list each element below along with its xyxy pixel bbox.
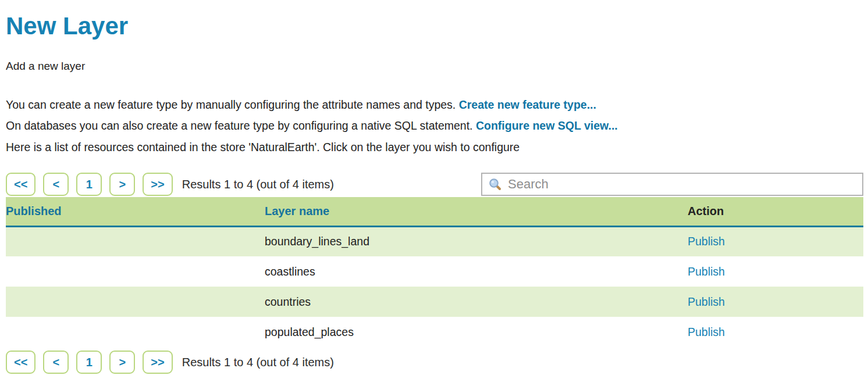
layers-table: Published Layer name Action boundary_lin… — [6, 197, 863, 347]
search-icon — [488, 177, 502, 191]
sort-layer-name-link[interactable]: Layer name — [265, 205, 329, 217]
pager-next-button[interactable]: > — [109, 173, 135, 196]
action-cell: Publish — [688, 256, 863, 287]
bottom-pager: << < 1 > >> Results 1 to 4 (out of 4 ite… — [6, 351, 863, 374]
published-cell — [6, 256, 265, 287]
table-row: coastlines Publish — [6, 256, 863, 287]
pager-page-button[interactable]: 1 — [76, 351, 102, 374]
intro-line-3: Here is a list of resources contained in… — [6, 137, 863, 158]
table-header-row: Published Layer name Action — [6, 197, 863, 226]
column-header-published: Published — [6, 197, 265, 226]
top-pager: << < 1 > >> Results 1 to 4 (out of 4 ite… — [6, 173, 863, 196]
pager-prev-button[interactable]: < — [43, 173, 69, 196]
published-cell — [6, 226, 265, 256]
pager-last-button[interactable]: >> — [143, 351, 172, 374]
pager-last-button[interactable]: >> — [143, 173, 172, 196]
pager-first-button[interactable]: << — [6, 351, 35, 374]
intro-line-2: On databases you can also create a new f… — [6, 115, 863, 137]
published-cell — [6, 287, 265, 317]
page-subtitle: Add a new layer — [6, 60, 863, 73]
action-cell: Publish — [688, 226, 863, 256]
layer-name-cell[interactable]: coastlines — [265, 256, 688, 287]
layer-name-cell[interactable]: populated_places — [265, 317, 688, 347]
publish-link[interactable]: Publish — [688, 265, 725, 278]
publish-link[interactable]: Publish — [688, 235, 725, 248]
create-feature-type-link[interactable]: Create new feature type... — [459, 98, 596, 111]
action-cell: Publish — [688, 287, 863, 317]
page-title: New Layer — [6, 12, 863, 41]
intro-text: You can create a new feature type by man… — [6, 94, 863, 158]
action-cell: Publish — [688, 317, 863, 347]
pager-first-button[interactable]: << — [6, 173, 35, 196]
configure-sql-view-link[interactable]: Configure new SQL view... — [476, 119, 618, 132]
publish-link[interactable]: Publish — [688, 295, 725, 308]
pager-page-button[interactable]: 1 — [76, 173, 102, 196]
pager-next-button[interactable]: > — [109, 351, 135, 374]
results-summary: Results 1 to 4 (out of 4 items) — [182, 178, 334, 191]
table-row: populated_places Publish — [6, 317, 863, 347]
layer-name-cell[interactable]: boundary_lines_land — [265, 226, 688, 256]
intro-line-1: You can create a new feature type by man… — [6, 94, 863, 116]
intro-line-1-text: You can create a new feature type by man… — [6, 98, 459, 111]
search-box[interactable] — [481, 173, 863, 196]
new-layer-page: New Layer Add a new layer You can create… — [0, 0, 868, 374]
pager-prev-button[interactable]: < — [43, 351, 69, 374]
intro-line-2-text: On databases you can also create a new f… — [6, 119, 476, 132]
column-header-action: Action — [688, 197, 863, 226]
sort-published-link[interactable]: Published — [6, 205, 62, 217]
column-header-layer-name: Layer name — [265, 197, 688, 226]
layer-name-cell[interactable]: countries — [265, 287, 688, 317]
search-input[interactable] — [507, 176, 856, 192]
results-summary: Results 1 to 4 (out of 4 items) — [182, 356, 334, 369]
publish-link[interactable]: Publish — [688, 326, 725, 338]
published-cell — [6, 317, 265, 347]
table-row: boundary_lines_land Publish — [6, 226, 863, 256]
table-row: countries Publish — [6, 287, 863, 317]
